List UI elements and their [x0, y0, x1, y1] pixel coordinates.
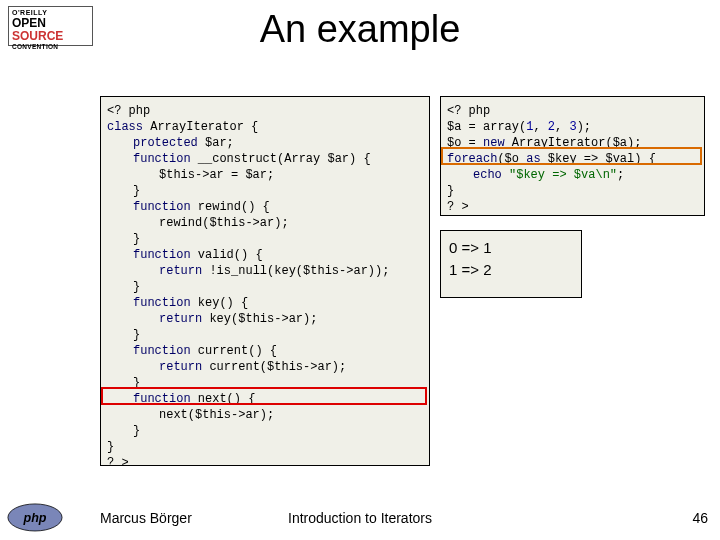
page-number: 46 — [692, 510, 708, 526]
output-box: 0 => 1 1 => 2 — [440, 230, 582, 298]
slide-title: An example — [0, 8, 720, 51]
footer-title: Introduction to Iterators — [0, 510, 720, 526]
code-block-right: <? php $a = array(1, 2, 3); $o = new Arr… — [440, 96, 705, 216]
output-line-1: 0 => 1 — [449, 237, 573, 259]
output-line-2: 1 => 2 — [449, 259, 573, 281]
code-block-left: <? php class ArrayIterator { protected $… — [100, 96, 430, 466]
